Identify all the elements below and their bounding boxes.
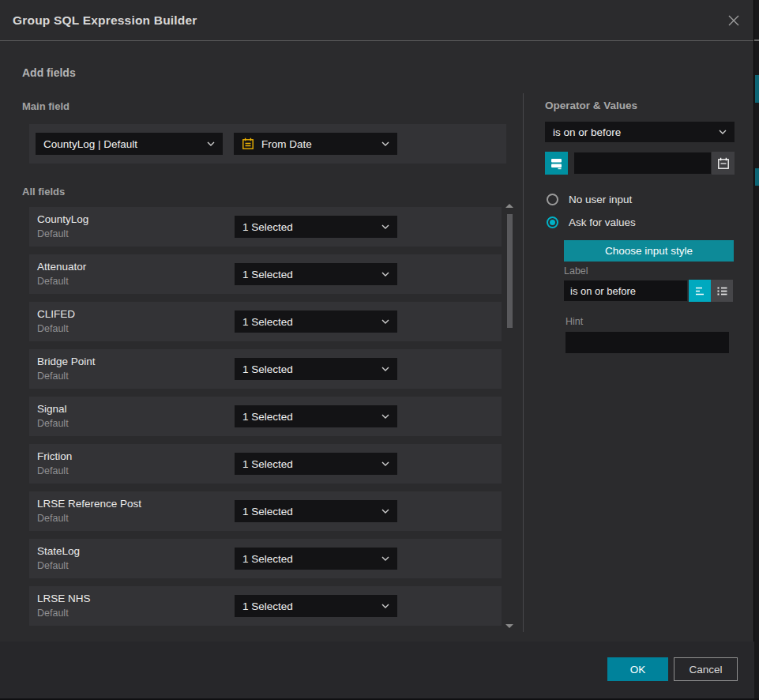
radio-icon xyxy=(547,194,558,205)
main-field-dropdown-value: From Date xyxy=(261,138,377,150)
background-divider-fragment xyxy=(754,40,759,41)
scrollbar-down-arrow[interactable] xyxy=(505,624,513,628)
field-selection-value: 1 Selected xyxy=(242,458,377,470)
background-page-sliver xyxy=(754,0,759,700)
field-selection-dropdown[interactable]: 1 Selected xyxy=(235,548,397,570)
radio-selected-icon xyxy=(547,216,558,228)
field-row-attenuator: Attenuator Default 1 Selected xyxy=(29,254,502,294)
field-selection-dropdown[interactable]: 1 Selected xyxy=(235,595,397,617)
radio-label: Ask for values xyxy=(569,216,636,228)
field-name: CountyLog xyxy=(37,213,88,225)
field-selection-value: 1 Selected xyxy=(242,221,377,233)
dialog-titlebar: Group SQL Expression Builder xyxy=(0,0,753,41)
chevron-down-icon xyxy=(719,130,727,134)
chevron-down-icon xyxy=(381,141,389,146)
field-selection-dropdown[interactable]: 1 Selected xyxy=(235,358,397,380)
field-subtitle: Default xyxy=(37,323,69,334)
field-selection-dropdown[interactable]: 1 Selected xyxy=(235,453,397,475)
operator-dropdown[interactable]: is on or before xyxy=(545,122,735,142)
dialog-footer: OK Cancel xyxy=(0,642,754,698)
choose-input-style-button[interactable]: Choose input style xyxy=(564,240,734,262)
background-teal-fragment xyxy=(755,168,759,186)
field-subtitle: Default xyxy=(37,418,69,429)
field-row-lrse-nhs: LRSE NHS Default 1 Selected xyxy=(29,586,502,626)
field-name: LRSE Reference Post xyxy=(37,498,141,510)
field-selection-value: 1 Selected xyxy=(242,411,377,423)
layer-dropdown-value: CountyLog | Default xyxy=(43,138,202,150)
date-picker-icon[interactable] xyxy=(712,152,735,175)
list-style-icon[interactable] xyxy=(711,280,733,302)
field-row-friction: Friction Default 1 Selected xyxy=(29,444,502,484)
layer-dropdown[interactable]: CountyLog | Default xyxy=(36,133,223,155)
field-subtitle: Default xyxy=(37,228,69,239)
single-line-style-icon[interactable] xyxy=(689,280,711,302)
field-selection-dropdown[interactable]: 1 Selected xyxy=(235,310,397,333)
field-selection-value: 1 Selected xyxy=(242,269,377,280)
scrollbar-thumb[interactable] xyxy=(507,214,513,328)
field-name: Attenuator xyxy=(37,261,86,273)
hint-caption: Hint xyxy=(565,316,583,327)
value-source-toggle-button[interactable] xyxy=(545,152,568,175)
scrollbar-up-arrow[interactable] xyxy=(505,204,513,208)
field-row-lrse-reference-post: LRSE Reference Post Default 1 Selected xyxy=(29,491,502,531)
field-subtitle: Default xyxy=(37,371,69,382)
main-field-dropdown[interactable]: From Date xyxy=(234,133,397,155)
field-subtitle: Default xyxy=(37,465,69,476)
operator-values-heading: Operator & Values xyxy=(545,100,637,111)
main-field-box: CountyLog | Default From Date xyxy=(29,124,506,164)
radio-label: No user input xyxy=(569,194,632,205)
chevron-down-icon xyxy=(381,556,389,561)
chevron-down-icon xyxy=(381,509,389,514)
chevron-down-icon xyxy=(381,224,389,229)
group-sql-expression-builder-dialog: Group SQL Expression Builder Add fields … xyxy=(0,0,754,698)
dialog-title: Group SQL Expression Builder xyxy=(13,0,197,41)
field-subtitle: Default xyxy=(37,560,69,571)
field-name: Signal xyxy=(37,403,67,415)
date-value-input[interactable] xyxy=(574,152,711,174)
field-subtitle: Default xyxy=(37,276,69,287)
chevron-down-icon xyxy=(381,319,389,324)
field-row-signal: Signal Default 1 Selected xyxy=(29,397,502,436)
chevron-down-icon xyxy=(381,367,389,371)
hint-input[interactable] xyxy=(565,332,729,353)
field-selection-value: 1 Selected xyxy=(242,316,377,328)
chevron-down-icon xyxy=(381,604,389,608)
main-field-label: Main field xyxy=(22,100,70,112)
field-name: CLIFED xyxy=(37,308,75,320)
field-row-statelog: StateLog Default 1 Selected xyxy=(29,539,502,578)
label-input[interactable] xyxy=(564,280,687,301)
field-selection-value: 1 Selected xyxy=(242,506,377,517)
field-name: LRSE NHS xyxy=(37,593,91,604)
field-selection-dropdown[interactable]: 1 Selected xyxy=(235,263,397,285)
field-name: Friction xyxy=(37,450,72,462)
add-fields-heading: Add fields xyxy=(22,66,76,79)
field-selection-value: 1 Selected xyxy=(242,363,377,375)
field-row-countylog: CountyLog Default 1 Selected xyxy=(29,207,502,247)
chevron-down-icon xyxy=(381,414,389,419)
panel-divider xyxy=(523,93,524,632)
chevron-down-icon xyxy=(381,272,389,277)
screen: Group SQL Expression Builder Add fields … xyxy=(0,0,759,700)
field-selection-value: 1 Selected xyxy=(242,600,377,612)
field-name: Bridge Point xyxy=(37,356,96,367)
chevron-down-icon xyxy=(381,461,389,466)
radio-ask-for-values[interactable]: Ask for values xyxy=(547,216,636,228)
cancel-button[interactable]: Cancel xyxy=(674,657,738,681)
radio-no-user-input[interactable]: No user input xyxy=(547,194,632,205)
background-teal-fragment xyxy=(755,75,759,103)
field-subtitle: Default xyxy=(37,513,69,524)
close-icon[interactable] xyxy=(723,10,744,31)
ok-button[interactable]: OK xyxy=(607,657,668,681)
field-row-clifed: CLIFED Default 1 Selected xyxy=(29,302,502,341)
field-name: StateLog xyxy=(37,545,80,557)
operator-dropdown-value: is on or before xyxy=(553,126,714,138)
field-subtitle: Default xyxy=(37,608,69,619)
label-caption: Label xyxy=(564,265,588,277)
field-selection-dropdown[interactable]: 1 Selected xyxy=(235,405,397,427)
field-row-bridge-point: Bridge Point Default 1 Selected xyxy=(29,349,502,389)
calendar-icon xyxy=(242,137,254,150)
all-fields-label: All fields xyxy=(22,186,65,198)
field-selection-value: 1 Selected xyxy=(242,553,377,565)
field-selection-dropdown[interactable]: 1 Selected xyxy=(235,500,397,522)
field-selection-dropdown[interactable]: 1 Selected xyxy=(235,216,397,238)
